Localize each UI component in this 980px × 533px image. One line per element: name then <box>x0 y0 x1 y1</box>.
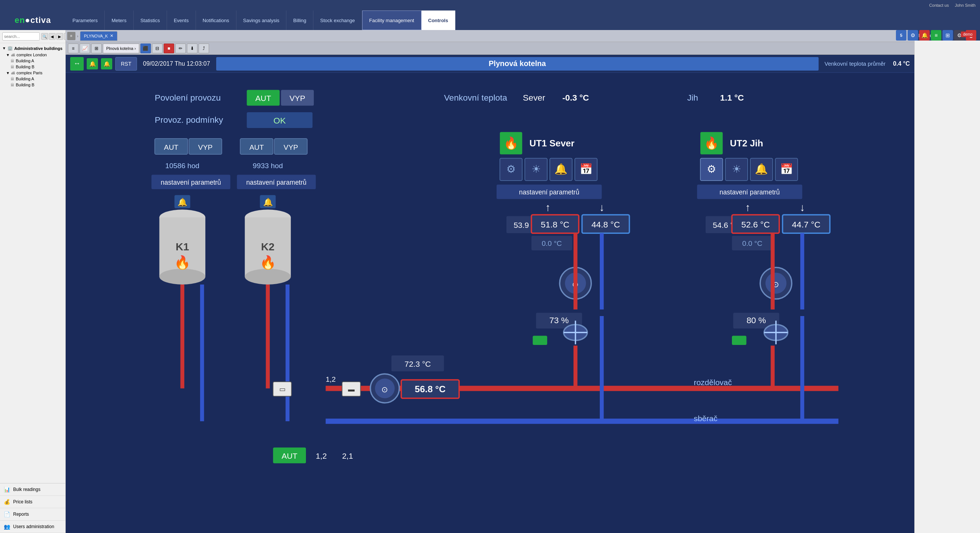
k1-instrument-icon[interactable]: ▭ <box>279 385 286 393</box>
ut2-bell-icon[interactable]: 🔔 <box>755 163 768 175</box>
tree-group-london[interactable]: ▼ 🏙 complex London <box>0 52 65 58</box>
tab-billing[interactable]: Billing <box>286 11 313 30</box>
toolbar-edit-btn[interactable]: ✏ <box>175 43 186 53</box>
price-lists-icon: 💰 <box>4 499 10 505</box>
k2-bell-icon: 🔔 <box>263 197 273 207</box>
scada-alarm-btn1[interactable]: ↔ <box>70 57 84 70</box>
scada-main: ↔ 🔔 🔔 RST 09/02/2017 Thu 12:03:07 Plynov… <box>66 55 914 533</box>
ut2-percent: 80 % <box>746 315 766 325</box>
tree-root-admin-buildings[interactable]: ▼ 🏢 Administrative buildings <box>0 45 65 52</box>
toolbar-schematic-btn[interactable]: ⬛ <box>140 43 151 53</box>
scada-alarm-btn3[interactable]: 🔔 <box>101 58 112 70</box>
sidebar-bulk-readings[interactable]: 📊 Bulk readings <box>0 484 65 496</box>
outside-temp-value: 0.4 °C <box>893 60 910 67</box>
provoz-label: Provoz. podmínky <box>154 115 223 125</box>
search-button[interactable]: 🔍 <box>41 33 48 40</box>
bulk-readings-icon: 📊 <box>4 487 10 492</box>
ut1-sun-icon[interactable]: ☀ <box>531 163 541 175</box>
tree-leaf-label: Building A <box>16 76 34 81</box>
vyp-btn-status[interactable]: VYP <box>290 94 305 102</box>
tr-grid-icon[interactable]: ⊞ <box>942 30 953 41</box>
ut2-param-btn[interactable]: nastavení parametrů <box>719 188 780 196</box>
k1-label: K1 <box>176 241 189 253</box>
ut2-sun-icon[interactable]: ☀ <box>732 163 741 175</box>
scada-svg: Povolení provozu AUT VYP Provoz. podmínk… <box>66 73 914 533</box>
k1-param-btn[interactable]: nastavení parametrů <box>161 179 221 186</box>
bottom-val2: 2,1 <box>342 452 353 460</box>
reports-icon: 📄 <box>4 511 10 517</box>
sidebar-price-lists[interactable]: 💰 Price lists <box>0 496 65 508</box>
svg-rect-31 <box>533 336 547 345</box>
k2-param-btn[interactable]: nastavení parametrů <box>246 179 307 186</box>
scada-title: Plynová kotelna <box>216 57 819 70</box>
toolbar-grid-btn[interactable]: ⊞ <box>91 43 102 53</box>
k2-vyp-btn[interactable]: VYP <box>284 143 298 151</box>
toolbar-stop-btn[interactable]: ■ <box>164 43 174 53</box>
ut1-gear-icon[interactable]: ⚙ <box>506 163 516 175</box>
k1-bell-icon: 🔔 <box>178 197 188 207</box>
tr-list-icon[interactable]: ≡ <box>931 30 941 41</box>
k1-hours: 10586 hod <box>165 162 199 170</box>
tr-count-icon[interactable]: 5 <box>896 30 907 41</box>
k1-vyp-btn[interactable]: VYP <box>198 143 213 151</box>
tree-leaf-london-a[interactable]: 🏛 Building A <box>0 58 65 64</box>
main-pump-icon[interactable]: ⊙ <box>381 385 388 394</box>
user-name[interactable]: John Smith <box>955 3 975 8</box>
nav-prev-button[interactable]: ◀ <box>49 33 56 40</box>
tab-menu-button[interactable]: ≡ <box>67 32 75 40</box>
toolbar-export-btn[interactable]: ⤴ <box>199 43 209 53</box>
sever-val: -0.3 °C <box>562 93 589 102</box>
ut1-bell-icon[interactable]: 🔔 <box>554 163 568 175</box>
breadcrumb-btn[interactable]: Plnová kotelna › <box>103 43 139 53</box>
sidebar-reports[interactable]: 📄 Reports <box>0 508 65 520</box>
svg-rect-65 <box>732 336 746 345</box>
tab-notifications[interactable]: Notifications <box>196 11 237 30</box>
logo: en●ctiva <box>14 15 51 25</box>
k2-aut-btn[interactable]: AUT <box>249 143 264 151</box>
ut2-calendar-icon[interactable]: 📅 <box>780 163 793 175</box>
k1-aut-btn[interactable]: AUT <box>164 143 179 151</box>
ut2-down-arrow-icon: ↓ <box>799 202 805 213</box>
toolbar-chart-btn[interactable]: 📈 <box>80 43 90 53</box>
sidebar-users-admin[interactable]: 👥 Users administration <box>0 520 65 533</box>
aut-btn-status[interactable]: AUT <box>255 94 271 102</box>
tab-meters[interactable]: Meters <box>105 11 134 30</box>
ut1-param-btn[interactable]: nastavení parametrů <box>519 188 579 196</box>
tr-alarm-icon[interactable]: 🔔 <box>919 30 930 41</box>
tab-events[interactable]: Events <box>167 11 196 30</box>
search-input[interactable] <box>2 32 40 41</box>
tree-group-paris[interactable]: ▼ 🏙 complex Paris <box>0 70 65 76</box>
tree-leaf-paris-b[interactable]: 🏛 Building B <box>0 82 65 88</box>
nav-next-button[interactable]: ▶ <box>56 33 63 40</box>
toolbar-download-btn[interactable]: ⬇ <box>187 43 197 53</box>
bottom-aut-btn[interactable]: AUT <box>282 452 297 460</box>
contact-us-link[interactable]: Contact us <box>929 3 949 8</box>
scada-alarm-btn2[interactable]: 🔔 <box>87 58 98 70</box>
k2-instrument-icon[interactable]: ▬ <box>348 385 355 393</box>
ut2-gear-icon[interactable]: ⚙ <box>707 163 716 175</box>
tr-settings-icon[interactable]: ⚙ <box>908 30 918 41</box>
tab-stock[interactable]: Stock exchange <box>313 11 362 30</box>
k2-flame-icon: 🔥 <box>260 255 276 270</box>
building-icon: 🏛 <box>11 65 14 69</box>
ut1-down-arrow-icon: ↓ <box>599 202 604 213</box>
rst-button[interactable]: RST <box>115 57 137 70</box>
ut1-name: UT1 Sever <box>530 138 574 148</box>
tree-leaf-london-b[interactable]: 🏛 Building B <box>0 64 65 70</box>
tab-facility[interactable]: Facility management <box>362 11 422 30</box>
tree-leaf-paris-a[interactable]: 🏛 Building A <box>0 76 65 82</box>
toolbar-table-btn[interactable]: ⊟ <box>152 43 162 53</box>
toolbar-list-btn[interactable]: ≡ <box>68 43 78 53</box>
tab-savings[interactable]: Savings analysis <box>237 11 287 30</box>
right-panel: Project ⤢ 🔔 <box>914 30 980 533</box>
tab-controls[interactable]: Controls <box>422 11 455 30</box>
k2-label: K2 <box>261 241 275 253</box>
top-right-icons: 5 ⚙ 🔔 ≡ ⊞ ⚙ ⏻ demo <box>896 30 976 41</box>
tree-arrow-icon: ▼ <box>6 71 10 75</box>
tab-statistics[interactable]: Statistics <box>134 11 167 30</box>
tab-parameters[interactable]: Parameters <box>66 11 105 30</box>
venk-temp-label: Venkovní teplota <box>444 93 508 102</box>
tab-close-button[interactable]: ✕ <box>110 33 113 38</box>
tab-plynova-k[interactable]: PLYNOVA_K ✕ <box>80 31 118 41</box>
ut1-calendar-icon[interactable]: 📅 <box>579 163 593 175</box>
